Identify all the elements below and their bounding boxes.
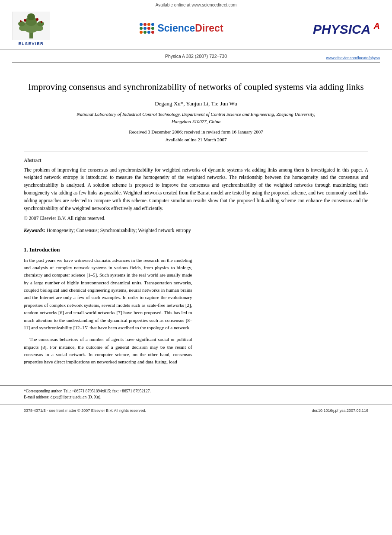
physica-logo: PHYSICA A: [313, 22, 380, 36]
received-text: Received 3 December 2006; received in re…: [129, 129, 263, 134]
journal-info: Physica A 382 (2007) 722–730: [135, 52, 258, 62]
sciencedirect-center: ScienceDirect: [59, 22, 304, 35]
received-dates: Received 3 December 2006; received in re…: [24, 128, 368, 143]
affiliation-line1: National Laboratory of Industrial Contro…: [77, 111, 316, 117]
svg-point-12: [41, 21, 42, 23]
section1-body: In the past years we have witnessed dram…: [24, 257, 192, 366]
journal-info-row: Physica A 382 (2007) 722–730 www.elsevie…: [0, 50, 392, 62]
available-text: Available online 21 March 2007: [165, 137, 226, 142]
keywords: Keywords: Homogeneity; Consensus; Synchr…: [24, 227, 368, 234]
section1-para2: The consensus behaviors of a number of a…: [24, 336, 192, 366]
section1-heading: 1. Introduction: [24, 246, 192, 253]
affiliation: National Laboratory of Industrial Contro…: [24, 111, 368, 125]
science-text: ScienceDirect: [157, 22, 223, 34]
main-content: Improving consensus and synchronizabilit…: [0, 63, 392, 379]
footer-issn: 0378-4371/$ - see front matter © 2007 El…: [24, 408, 146, 413]
physica-text: PHYSICA A: [313, 22, 380, 36]
authors: Degang Xu*, Yanjun Li, Tie-Jun Wu: [24, 100, 368, 107]
divider-keywords: [24, 240, 368, 240]
abstract-section: Abstract The problem of improving the co…: [24, 157, 368, 223]
divider-top: [24, 152, 368, 152]
svg-point-6: [18, 21, 25, 26]
abstract-text: The problem of improving the consensus a…: [24, 166, 368, 213]
sciencedirect-logo: ScienceDirect: [140, 22, 223, 34]
available-online-bar: Available online at www.sciencedirect.co…: [0, 0, 392, 8]
email-note: E-mail address: dgxu@iipc.zju.edu.cn (D.…: [24, 394, 368, 400]
svg-rect-1: [29, 32, 33, 38]
svg-point-9: [24, 19, 26, 22]
footer-section: *Corresponding author. Tel.: +86571 8795…: [0, 385, 392, 405]
keywords-label: Keywords:: [24, 228, 45, 233]
left-column: 1. Introduction In the past years we hav…: [24, 246, 192, 370]
body-columns: 1. Introduction In the past years we hav…: [24, 246, 368, 370]
elsevier-logo: ELSEVIER: [12, 12, 50, 46]
page: Available online at www.sciencedirect.co…: [0, 0, 392, 535]
footer-bottom: 0378-4371/$ - see front matter © 2007 El…: [0, 404, 392, 416]
elsevier-label: ELSEVIER: [19, 41, 44, 46]
svg-point-4: [27, 13, 35, 20]
journal-url[interactable]: www.elsevier.com/locate/physa: [257, 53, 380, 61]
email-text: E-mail address: dgxu@iipc.zju.edu.cn (D.…: [24, 395, 101, 399]
footer-doi: doi:10.1016/j.physa.2007.02.116: [312, 408, 368, 413]
sd-dots-icon: [140, 23, 154, 34]
corresponding-note: *Corresponding author. Tel.: +86571 8795…: [24, 388, 368, 394]
svg-point-8: [37, 21, 44, 26]
svg-point-11: [20, 20, 22, 22]
available-online-text: Available online at www.sciencedirect.co…: [156, 3, 237, 7]
right-column: [200, 246, 369, 370]
affiliation-line2: Hangzhou 310027, China: [172, 119, 220, 124]
corresponding-text: *Corresponding author. Tel.: +86571 8795…: [24, 389, 151, 393]
section1-para1: In the past years we have witnessed dram…: [24, 257, 192, 332]
abstract-title: Abstract: [24, 157, 368, 164]
svg-point-10: [36, 18, 38, 21]
copyright: © 2007 Elsevier B.V. All rights reserved…: [24, 215, 368, 223]
paper-title: Improving consensus and synchronizabilit…: [24, 81, 368, 93]
elsevier-tree-icon: [12, 12, 50, 40]
keywords-text: Homogeneity; Consensus; Synchronizabilit…: [47, 228, 191, 233]
header-logos-row: ELSEVIER S: [0, 8, 392, 50]
